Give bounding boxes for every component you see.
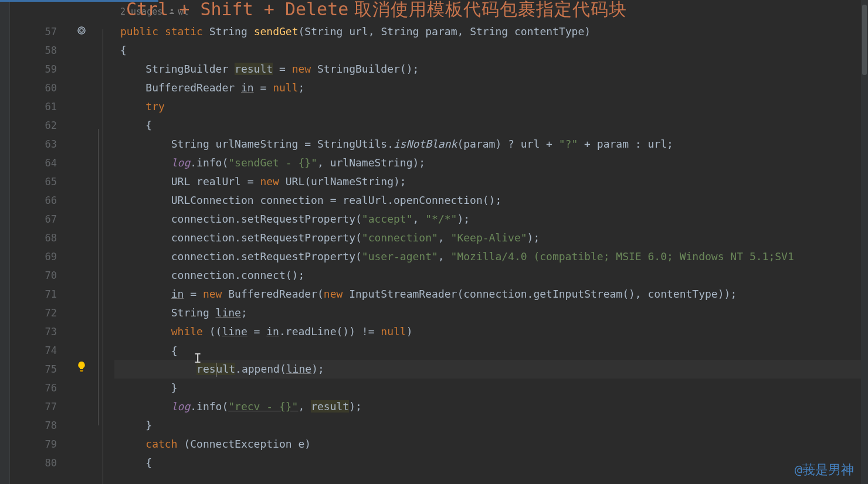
line-number[interactable]: 71 [10, 285, 57, 304]
line-number[interactable]: 69 [10, 247, 57, 266]
line-number[interactable]: 75 [10, 360, 57, 379]
person-icon [168, 2, 175, 21]
code-line[interactable]: catch (ConnectException e) [114, 435, 868, 454]
code-line[interactable]: } [114, 379, 868, 397]
code-line[interactable]: log.info("sendGet - {}", urlNameString); [114, 154, 868, 172]
code-line[interactable]: connection.setRequestProperty("connectio… [114, 229, 868, 247]
code-line[interactable]: BufferedReader in = null; [114, 79, 868, 97]
line-number[interactable]: 64 [10, 154, 57, 172]
line-number[interactable]: 66 [10, 191, 57, 210]
line-number[interactable]: 59 [10, 60, 57, 79]
svg-point-3 [171, 9, 173, 11]
code-line[interactable]: { [114, 116, 868, 135]
code-line[interactable]: { [114, 41, 868, 60]
line-number[interactable]: 57 [10, 22, 57, 41]
code-line[interactable]: try [114, 97, 868, 116]
code-line[interactable]: } [114, 416, 868, 435]
code-line[interactable]: connection.setRequestProperty("user-agen… [114, 247, 868, 266]
code-line[interactable]: connection.connect(); [114, 266, 868, 285]
code-line[interactable]: URL realUrl = new URL(urlNameString); [114, 172, 868, 191]
left-marker-strip [0, 0, 10, 484]
line-number[interactable]: 62 [10, 116, 57, 135]
line-number[interactable]: 61 [10, 97, 57, 116]
code-line[interactable]: public static String sendGet(String url,… [114, 22, 868, 41]
author-hint[interactable]: wl [168, 2, 188, 21]
code-editor[interactable]: 5758596061626364656667686970717273747576… [0, 0, 868, 484]
svg-point-0 [78, 27, 85, 34]
code-line[interactable]: String line; [114, 304, 868, 322]
code-line[interactable]: StringBuilder result = new StringBuilder… [114, 60, 868, 79]
override-method-icon[interactable] [77, 22, 86, 41]
svg-rect-2 [80, 371, 83, 373]
watermark: @莪是男神 [795, 461, 854, 479]
code-line[interactable]: while ((line = in.readLine()) != null) [114, 322, 868, 341]
line-number[interactable]: 63 [10, 135, 57, 154]
svg-rect-1 [80, 370, 83, 371]
code-line[interactable]: in = new BufferedReader(new InputStreamR… [114, 285, 868, 304]
line-number-gutter[interactable]: 5758596061626364656667686970717273747576… [10, 0, 67, 484]
fold-line-try [98, 129, 99, 425]
fold-line-method [103, 29, 103, 484]
gutter-icon-column [67, 0, 96, 484]
code-line[interactable]: {I [114, 341, 868, 360]
scroll-thumb[interactable] [862, 5, 867, 75]
code-line[interactable]: URLConnection connection = realUrl.openC… [114, 191, 868, 210]
code-line-current[interactable]: result.append(line); [114, 360, 868, 379]
line-number[interactable]: 72 [10, 304, 57, 322]
line-number[interactable]: 77 [10, 397, 57, 416]
code-line[interactable]: { [114, 454, 868, 472]
line-number[interactable]: 80 [10, 454, 57, 472]
line-number[interactable]: 73 [10, 322, 57, 341]
line-number[interactable]: 78 [10, 416, 57, 435]
line-number[interactable]: 65 [10, 172, 57, 191]
code-line[interactable]: log.info("recv - {}", result); [114, 397, 868, 416]
vertical-scrollbar[interactable] [861, 0, 868, 484]
line-number[interactable]: 79 [10, 435, 57, 454]
line-number[interactable]: 70 [10, 266, 57, 285]
code-line[interactable]: connection.setRequestProperty("accept", … [114, 210, 868, 229]
line-number[interactable]: 76 [10, 379, 57, 397]
fold-strip[interactable] [96, 0, 114, 484]
line-number[interactable]: 58 [10, 41, 57, 60]
usages-hint[interactable]: 2 usages [120, 2, 162, 21]
inlay-hints-row: 2 usages wl [114, 1, 868, 22]
author-name: wl [178, 2, 188, 21]
line-number[interactable]: 68 [10, 229, 57, 247]
line-number[interactable]: 67 [10, 210, 57, 229]
line-number[interactable]: 74 [10, 341, 57, 360]
line-number[interactable]: 60 [10, 79, 57, 97]
code-line[interactable]: String urlNameString = StringUtils.isNot… [114, 135, 868, 154]
intention-bulb-icon[interactable] [77, 360, 86, 379]
code-content[interactable]: 2 usages wl Ctrl + Shift + Delete 取消使用模板… [114, 0, 868, 484]
